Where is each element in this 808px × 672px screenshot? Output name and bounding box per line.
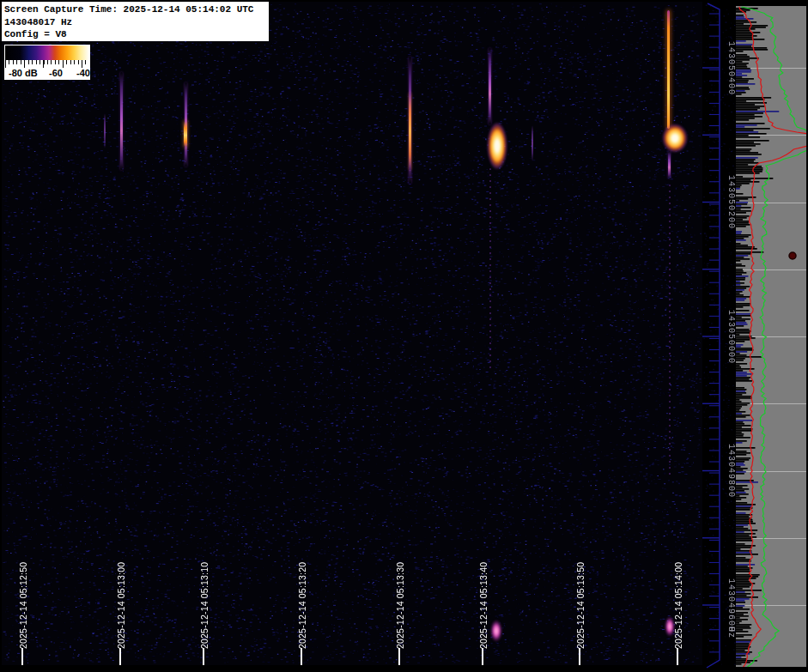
meteor-echo-streak [532,125,533,161]
time-axis-label: 2025-12-14 05:13:10 [199,562,210,649]
frequency-axis-label: 143050000 [726,310,737,364]
time-axis-label: 2025-12-14 05:13:20 [297,562,307,649]
time-axis-label: 2025-12-14 05:13:40 [478,562,489,649]
meteor-echo-blob [662,124,688,153]
time-axis-tick [301,648,302,665]
time-axis-label: 2025-12-14 05:12:50 [18,562,28,649]
legend-db-label: -80 dB [9,68,38,78]
time-axis-tick [579,648,580,665]
time-axis-tick [482,648,483,665]
color-gradient-bar [5,45,89,60]
time-axis-tick [677,648,678,665]
legend-major-ticks [5,60,89,68]
time-axis-label: 2025-12-14 05:14:00 [673,562,683,649]
capture-time-text: Screen Capture Time: 2025-12-14 05:14:02… [4,3,269,16]
time-axis-tick [119,648,121,665]
frequency-axis-label: 143049800 [726,444,737,498]
time-axis-label: 2025-12-14 05:13:30 [395,562,405,649]
meteor-echo-blob [490,620,502,642]
screen-capture: Screen Capture Time: 2025-12-14 05:14:02… [0,0,808,672]
meteor-echo-core [184,120,187,148]
time-axis-label: 2025-12-14 05:13:00 [116,562,126,649]
time-axis-tick [21,648,23,665]
time-axis-tick [398,648,400,665]
meteor-echo-streak [668,151,671,179]
meteor-echo-streak [104,113,106,148]
meteor-echo-core [409,93,411,170]
meteor-echo-streak [667,10,670,129]
meteor-echo-streak [489,48,491,124]
meteor-echo-streak [489,168,491,369]
capture-info-box: Screen Capture Time: 2025-12-14 05:14:02… [2,2,269,41]
frequency-unit-label: Hz [726,627,737,639]
center-frequency-text: 143048017 Hz [4,16,269,29]
time-axis-tick [203,648,204,665]
legend-db-label: -60 [49,68,63,78]
time-axis-label: 2025-12-14 05:13:50 [575,562,586,649]
meteor-echo-streak [120,72,123,170]
frequency-axis-label: 143049600 [726,578,737,633]
frequency-axis-label: 143050200 [726,175,737,229]
legend-db-label: -40 [76,68,90,78]
meteor-echo-streak [669,185,671,476]
frequency-axis-label: 143050400 [726,41,737,95]
meteor-echo-blob [487,122,507,170]
color-scale-legend: -80 dB-60-40 [4,45,90,80]
config-text: Config = V8 [4,28,269,41]
